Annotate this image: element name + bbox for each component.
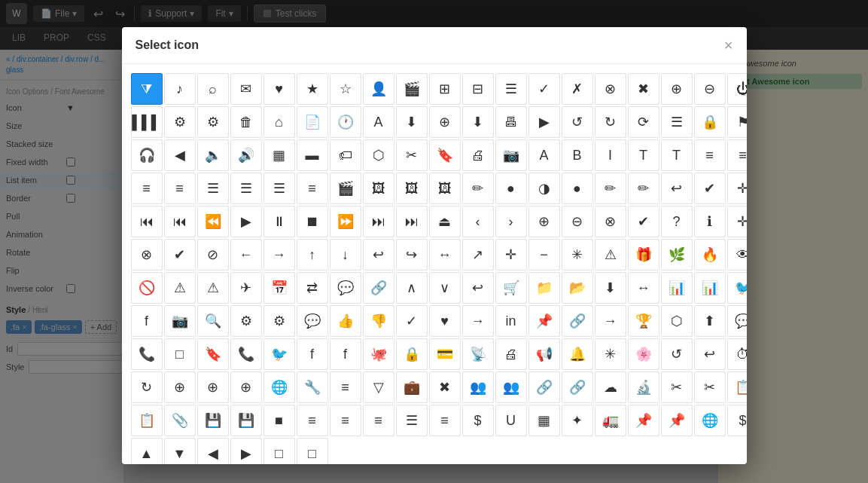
icon-cell[interactable]: ≡ bbox=[330, 405, 361, 436]
icon-cell[interactable]: ↓ bbox=[330, 239, 361, 271]
icon-cell[interactable]: ⚙ bbox=[263, 305, 295, 337]
icon-cell[interactable]: 📞 bbox=[230, 338, 262, 370]
icon-cell[interactable]: ∨ bbox=[429, 272, 461, 304]
icon-cell[interactable]: ≡ bbox=[330, 371, 361, 403]
icon-cell[interactable]: ⚠ bbox=[164, 272, 196, 304]
icon-cell[interactable]: ≡ bbox=[297, 173, 328, 204]
icon-cell[interactable]: 🕐 bbox=[330, 106, 361, 138]
icon-cell[interactable]: 📞 bbox=[131, 338, 163, 370]
icon-cell[interactable]: ✂ bbox=[396, 139, 428, 171]
icon-cell[interactable]: ▦ bbox=[263, 139, 295, 171]
icon-cell[interactable]: □ bbox=[164, 338, 196, 370]
icon-cell[interactable]: ✛ bbox=[727, 206, 747, 237]
icon-cell[interactable]: 🔍 bbox=[197, 305, 229, 337]
icon-cell[interactable]: ⏹ bbox=[297, 206, 328, 237]
icon-cell[interactable]: ≡ bbox=[297, 405, 328, 436]
icon-cell[interactable]: ⏪ bbox=[197, 206, 229, 237]
icon-cell[interactable]: 👁 bbox=[727, 239, 747, 271]
icon-cell[interactable]: ⇄ bbox=[297, 272, 328, 304]
icon-cell[interactable]: ▶ bbox=[528, 106, 560, 138]
icon-cell[interactable]: ◀ bbox=[197, 438, 229, 464]
icon-cell[interactable]: 🚫 bbox=[131, 272, 163, 304]
icon-cell[interactable]: ⚑ bbox=[727, 106, 747, 138]
icon-cell[interactable]: 📊 bbox=[661, 272, 693, 304]
icon-cell[interactable]: ✂ bbox=[694, 371, 726, 403]
icon-cell[interactable]: ≡ bbox=[727, 139, 747, 171]
icon-cell[interactable]: ⊖ bbox=[694, 73, 726, 105]
icon-cell[interactable]: 📷 bbox=[495, 139, 527, 171]
icon-cell[interactable]: ⊕ bbox=[528, 206, 560, 237]
icon-cell[interactable]: ↩ bbox=[363, 239, 394, 271]
icon-cell[interactable]: ⚙ bbox=[164, 106, 196, 138]
icon-cell[interactable]: ⊕ bbox=[429, 106, 461, 138]
icon-cell[interactable]: 🖨 bbox=[495, 338, 527, 370]
icon-cell[interactable]: ∧ bbox=[396, 272, 428, 304]
icon-cell[interactable]: 👍 bbox=[330, 305, 361, 337]
icon-cell[interactable]: ✔ bbox=[628, 206, 659, 237]
icon-cell[interactable]: ⏸ bbox=[263, 206, 295, 237]
icon-cell[interactable]: ⚠ bbox=[595, 239, 626, 271]
icon-cell[interactable]: ↩ bbox=[661, 173, 693, 204]
icon-cell[interactable]: ♥ bbox=[263, 73, 295, 105]
icon-cell[interactable]: ✔ bbox=[694, 173, 726, 204]
icon-cell[interactable]: 🌿 bbox=[661, 239, 693, 271]
icon-cell[interactable]: ☰ bbox=[396, 405, 428, 436]
icon-cell[interactable]: ⊘ bbox=[197, 239, 229, 271]
icon-cell[interactable]: ● bbox=[562, 173, 593, 204]
icon-cell[interactable]: ⊕ bbox=[661, 73, 693, 105]
icon-cell[interactable]: 🔊 bbox=[230, 139, 262, 171]
icon-cell[interactable]: ▲ bbox=[131, 438, 163, 464]
icon-cell[interactable]: ⏭ bbox=[396, 206, 428, 237]
icon-cell[interactable]: ✏ bbox=[462, 173, 494, 204]
icon-cell[interactable]: 📅 bbox=[263, 272, 295, 304]
icon-cell[interactable]: 📌 bbox=[528, 305, 560, 337]
icon-cell[interactable]: 👤 bbox=[363, 73, 394, 105]
icon-cell[interactable]: ⏱ bbox=[727, 338, 747, 370]
icon-cell[interactable]: ⬇ bbox=[595, 272, 626, 304]
icon-cell[interactable]: 📁 bbox=[528, 272, 560, 304]
icon-cell[interactable]: 📢 bbox=[528, 338, 560, 370]
icon-cell[interactable]: ✂ bbox=[661, 371, 693, 403]
icon-cell[interactable]: $ bbox=[727, 405, 747, 436]
icon-cell[interactable]: ⧩ bbox=[131, 73, 163, 105]
icon-cell[interactable]: T bbox=[628, 139, 659, 171]
icon-cell[interactable]: ♥ bbox=[429, 305, 461, 337]
icon-cell[interactable]: ⌕ bbox=[197, 73, 229, 105]
icon-cell[interactable]: ⏻ bbox=[727, 73, 747, 105]
icon-cell[interactable]: 🌐 bbox=[694, 405, 726, 436]
icon-cell[interactable]: 🐦 bbox=[727, 272, 747, 304]
icon-cell[interactable]: ⚙ bbox=[197, 106, 229, 138]
icon-cell[interactable]: ★ bbox=[297, 73, 328, 105]
icon-cell[interactable]: ☰ bbox=[230, 173, 262, 204]
icon-cell[interactable]: 📂 bbox=[562, 272, 593, 304]
icon-cell[interactable]: ☰ bbox=[263, 173, 295, 204]
icon-cell[interactable]: ✉ bbox=[230, 73, 262, 105]
icon-cell[interactable]: ↻ bbox=[131, 371, 163, 403]
icon-cell[interactable]: ✏ bbox=[628, 173, 659, 204]
icon-cell[interactable]: ↺ bbox=[661, 338, 693, 370]
modal-close-button[interactable]: × bbox=[724, 38, 733, 53]
icon-cell[interactable]: › bbox=[495, 206, 527, 237]
icon-cell[interactable]: ⊕ bbox=[164, 371, 196, 403]
icon-cell[interactable]: ⏭ bbox=[363, 206, 394, 237]
icon-cell[interactable]: ✳ bbox=[562, 239, 593, 271]
icon-cell[interactable]: 🎁 bbox=[628, 239, 659, 271]
icon-cell[interactable]: ▽ bbox=[363, 371, 394, 403]
icon-cell[interactable]: ⌂ bbox=[263, 106, 295, 138]
icon-cell[interactable]: 📷 bbox=[164, 305, 196, 337]
icon-cell[interactable]: 🔒 bbox=[694, 106, 726, 138]
icon-cell[interactable]: ⊕ bbox=[230, 371, 262, 403]
icon-cell[interactable]: ☰ bbox=[197, 173, 229, 204]
icon-cell[interactable]: ⊖ bbox=[562, 206, 593, 237]
icon-cell[interactable]: 📋 bbox=[131, 405, 163, 436]
icon-cell[interactable]: 📎 bbox=[164, 405, 196, 436]
icon-cell[interactable]: ⚙ bbox=[230, 305, 262, 337]
icon-cell[interactable]: 📄 bbox=[297, 106, 328, 138]
icon-cell[interactable]: ⊞ bbox=[429, 73, 461, 105]
icon-cell[interactable]: 🖼 bbox=[363, 173, 394, 204]
icon-cell[interactable]: ≡ bbox=[363, 405, 394, 436]
icon-cell[interactable]: ⊗ bbox=[595, 73, 626, 105]
icon-cell[interactable]: 🏆 bbox=[628, 305, 659, 337]
icon-cell[interactable]: 💬 bbox=[727, 305, 747, 337]
icon-cell[interactable]: ✖ bbox=[429, 371, 461, 403]
